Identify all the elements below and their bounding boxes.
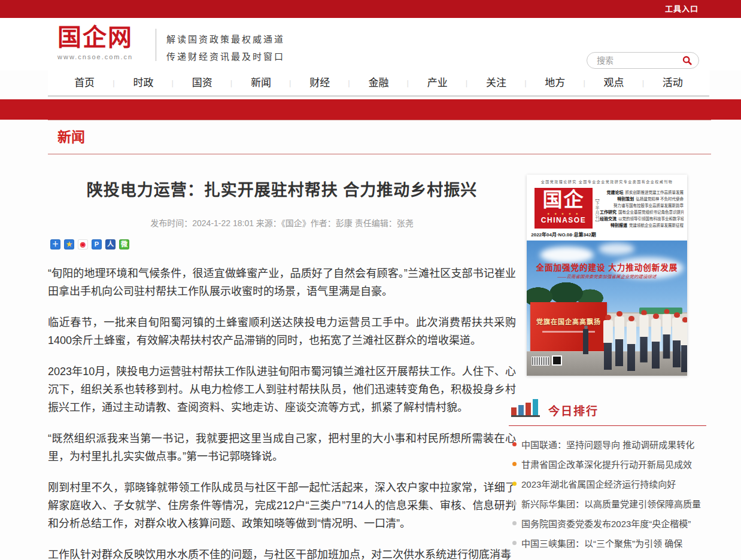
nav-item[interactable]: 活动 — [643, 71, 702, 95]
barcode — [532, 357, 549, 366]
renren-icon[interactable]: 人 — [105, 239, 116, 249]
rank-text: 2023年湖北省属国企经济运行持续向好 — [521, 477, 676, 490]
magazine-issue: 2022年04月·NO.08·总第342期 — [530, 231, 597, 238]
sidebar: 全国党建理论研究 全国专业企业党建研究专业类国有企业权威刊物 国企 ★ ★ ★ … — [509, 175, 706, 553]
search-icon[interactable] — [682, 55, 693, 66]
page: 工具入口 国企网 www.cnsoe.com.cn 解读国资政策最权威通道 传递… — [0, 0, 741, 560]
site-header: 国企网 www.cnsoe.com.cn 解读国资政策最权威通道 传递财经资讯最… — [0, 18, 741, 71]
ranking-title: 今日排行 — [548, 402, 599, 418]
article-paragraph: 工作队针对群众反映饮用水水质不佳的问题，与社区干部加班加点，对二次供水系统进行彻… — [48, 546, 516, 560]
qzone-icon[interactable]: ✭ — [64, 239, 74, 249]
article-paragraph: “既然组织派我来当第一书记，我就要把这里当成自己家，把村里的大小事和村民所想所需… — [48, 430, 516, 465]
magazine-edition-vertical: 【下半月刊】 — [594, 196, 600, 225]
crowd — [527, 241, 687, 376]
article-meta: 发布时间：2024-1-22 18:01 来源：《国企》作者：彭康 责任编辑：张… — [48, 217, 516, 229]
article-title: 陕投电力运营：扎实开展驻村帮扶 合力推动乡村振兴 — [48, 179, 516, 201]
nav-item[interactable]: 首页 — [55, 71, 114, 95]
rank-bullet — [512, 442, 517, 446]
rank-text: 国务院国资委党委发布2023年度“央企楷模” — [521, 517, 691, 529]
magazine-toc: 党建论坛抓实创新推进党建工作高质量发展 特别策划弘扬建党精神 不负时代使命 努力… — [600, 189, 684, 229]
ranking-item[interactable]: 甘肃省国企改革深化提升行动开新局见成效 — [512, 454, 706, 474]
rank-bullet — [512, 501, 517, 506]
logo-url: www.cnsoe.com.cn — [57, 53, 133, 60]
cover-photo: 全面加强党的建设 大力推动创新发展 ——云南省国资委党委加强省属企业党的建设综述… — [527, 241, 687, 376]
rank-bullet — [512, 462, 517, 466]
ranking-item[interactable]: 2023年湖北省属国企经济运行持续向好 — [512, 474, 706, 494]
magazine-cover[interactable]: 全国党建理论研究 全国专业企业党建研究专业类国有企业权威刊物 国企 ★ ★ ★ … — [527, 175, 687, 376]
share-more-icon[interactable]: ＋ — [50, 239, 60, 249]
rank-bullet — [512, 521, 517, 525]
section-header: 新闻 — [48, 120, 711, 154]
weibo-icon[interactable]: ◉ — [78, 239, 88, 249]
rank-text: 新兴际华集团：以高质量党建引领保障高质量 — [521, 497, 701, 510]
ranking-header: 今日排行 — [509, 397, 706, 426]
magazine-toc-line: 工作研究国有企业基层党组织书记角色意识提升的实现途径 — [600, 209, 684, 215]
section-title: 新闻 — [48, 120, 711, 154]
nav-item[interactable]: 观点 — [584, 71, 643, 95]
logo-text: 国企网 — [57, 23, 133, 53]
magazine-toc-line: 经验交流以党的领导引领国有科技事业和数字经济高质量发展 — [600, 215, 684, 222]
logo-divider — [156, 29, 156, 61]
magazine-toc-line: 特别策划弘扬建党精神 不负时代使命 — [600, 196, 684, 202]
nav-item[interactable]: 时政 — [114, 71, 172, 95]
nav-item[interactable]: 关注 — [467, 71, 526, 95]
ranking-item[interactable]: 中国联通：坚持问题导向 推动调研成果转化 — [512, 434, 706, 454]
search-box — [587, 52, 699, 69]
tagline-2: 传递财经资讯最及时窗口 — [166, 48, 285, 65]
topbar: 工具入口 — [0, 0, 741, 18]
nav-item[interactable]: 国资 — [173, 71, 232, 95]
article-body: “旬阳的地理环境和气候条件，很适宜做蜂蜜产业，品质好了自然会有顾客。”兰滩社区支… — [48, 264, 516, 560]
magazine-logo-text: 国企 — [535, 188, 593, 212]
magazine-toc-line: 努力谱写国有控股事业高质量发展新篇章 — [600, 202, 684, 209]
bar-chart-icon — [511, 399, 540, 417]
pengyou-icon[interactable]: P — [92, 239, 102, 249]
ranking-item[interactable]: 新兴际华集团：以高质量党建引领保障高质量 — [512, 494, 706, 513]
nav-item[interactable]: 金融 — [349, 71, 408, 95]
wechat-icon[interactable]: 微 — [119, 239, 129, 249]
rank-bullet — [512, 541, 517, 545]
article-paragraph: “旬阳的地理环境和气候条件，很适宜做蜂蜜产业，品质好了自然会有顾客。”兰滩社区支… — [48, 264, 516, 300]
magazine-toc-line: 党建论坛抓实创新推进党建工作高质量发展 — [600, 189, 684, 196]
red-banner — [0, 99, 741, 120]
article: 陕投电力运营：扎实开展驻村帮扶 合力推动乡村振兴 发布时间：2024-1-22 … — [48, 175, 516, 560]
nav-item[interactable]: 新闻 — [232, 71, 290, 95]
article-paragraph: 临近春节，一批来自旬阳蜀河镇的土蜂蜜顺利送达陕投电力运营员工手中。此次消费帮扶共… — [48, 314, 516, 349]
magazine-toc-line: 特别报道党建领航企业高质量发展新征程 — [600, 222, 684, 229]
rank-bullet — [512, 482, 517, 486]
tools-entry-link[interactable]: 工具入口 — [665, 0, 699, 18]
magazine-logo-subtitle: CHINASOE — [535, 215, 593, 225]
magazine-topline: 全国党建理论研究 全国专业企业党建研究专业类国有企业权威刊物 — [527, 179, 687, 184]
nav-item[interactable]: 地方 — [526, 71, 584, 95]
rank-text: 中国三峡集团：以“三个聚焦”为引领 确保 — [521, 537, 682, 549]
nav-item[interactable]: 产业 — [408, 71, 467, 95]
nav-list: 首页 时政 国资 新闻 财经 金融 产业 关注 地方 观点 活动 — [48, 71, 709, 95]
ranking-list: 中国联通：坚持问题导向 推动调研成果转化 甘肃省国企改革深化提升行动开新局见成效… — [509, 434, 706, 553]
magazine-logo: 国企 ★ ★ ★ ★ ★ CHINASOE — [535, 188, 593, 229]
rank-text: 中国联通：坚持问题导向 推动调研成果转化 — [521, 438, 694, 451]
ranking-item[interactable]: 中国三峡集团：以“三个聚焦”为引领 确保 — [512, 533, 706, 553]
share-bar: ＋ ✭ ◉ P 人 微 — [48, 239, 516, 249]
tagline-1: 解读国资政策最权威通道 — [166, 31, 285, 48]
ranking-item[interactable]: 国务院国资委党委发布2023年度“央企楷模” — [512, 513, 706, 533]
main-nav: 首页 时政 国资 新闻 财经 金融 产业 关注 地方 观点 活动 — [48, 71, 709, 97]
rank-text: 甘肃省国企改革深化提升行动开新局见成效 — [521, 458, 692, 470]
article-paragraph: 2023年10月，陕投电力运营驻村帮扶工作队进驻旬阳市蜀河镇兰滩社区开展帮扶工作… — [48, 363, 516, 416]
taglines: 解读国资政策最权威通道 传递财经资讯最及时窗口 — [166, 31, 285, 65]
site-logo[interactable]: 国企网 www.cnsoe.com.cn — [57, 23, 133, 60]
article-paragraph: 刚到村里不久，郭晓锋就带领工作队成员与社区干部一起忙活起来，深入农户家中拉家常，… — [48, 479, 516, 532]
nav-item[interactable]: 财经 — [290, 71, 349, 95]
qr-code — [552, 355, 562, 366]
search-input[interactable] — [596, 55, 682, 66]
